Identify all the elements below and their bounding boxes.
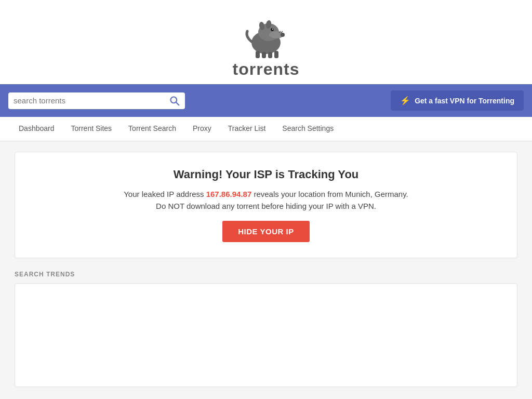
svg-point-5 [272, 29, 273, 30]
search-button[interactable] [169, 96, 180, 106]
svg-line-15 [176, 102, 179, 104]
warning-text1-suffix: reveals your location from Munich, Germa… [251, 190, 408, 198]
svg-rect-8 [256, 51, 260, 58]
warning-text2: Do NOT download any torrent before hidin… [25, 202, 507, 210]
warning-title: Warning! Your ISP is Tracking You [25, 168, 507, 181]
header: torrents [0, 0, 532, 84]
nav-item-torrent-sites[interactable]: Torrent Sites [63, 117, 121, 141]
hide-ip-button[interactable]: HIDE YOUR IP [222, 221, 309, 242]
trends-box [15, 283, 517, 387]
nav-item-torrent-search[interactable]: Torrent Search [120, 117, 184, 141]
svg-rect-10 [268, 52, 272, 58]
nav-item-dashboard[interactable]: Dashboard [10, 117, 63, 141]
logo-icon [240, 10, 292, 62]
ip-address: 167.86.94.87 [206, 190, 252, 198]
nav-item-search-settings[interactable]: Search Settings [274, 117, 342, 141]
navbar: Dashboard Torrent Sites Torrent Search P… [0, 117, 532, 141]
search-icon [169, 96, 180, 106]
vpn-button[interactable]: ⚡ Get a fast VPN for Torrenting [391, 90, 524, 111]
bolt-icon: ⚡ [400, 96, 410, 105]
svg-line-13 [281, 31, 283, 33]
svg-point-3 [281, 33, 285, 37]
warning-text1-prefix: Your leaked IP address [124, 190, 206, 198]
svg-point-4 [271, 28, 274, 31]
svg-rect-9 [262, 52, 266, 58]
logo-text: torrents [233, 60, 300, 79]
nav-item-tracker-list[interactable]: Tracker List [220, 117, 274, 141]
warning-text1: Your leaked IP address 167.86.94.87 reve… [25, 190, 507, 198]
search-bar: ⚡ Get a fast VPN for Torrenting [0, 84, 532, 117]
nav-item-proxy[interactable]: Proxy [184, 117, 220, 141]
svg-rect-11 [274, 51, 278, 58]
main-content: Warning! Your ISP is Tracking You Your l… [6, 152, 526, 387]
search-trends-label: SEARCH TRENDS [15, 271, 517, 278]
warning-box: Warning! Your ISP is Tracking You Your l… [15, 152, 517, 258]
vpn-button-label: Get a fast VPN for Torrenting [415, 97, 514, 105]
search-input[interactable] [14, 96, 169, 105]
search-form [8, 92, 185, 109]
search-trends-section: SEARCH TRENDS [15, 271, 517, 387]
logo-area: torrents [233, 10, 300, 79]
